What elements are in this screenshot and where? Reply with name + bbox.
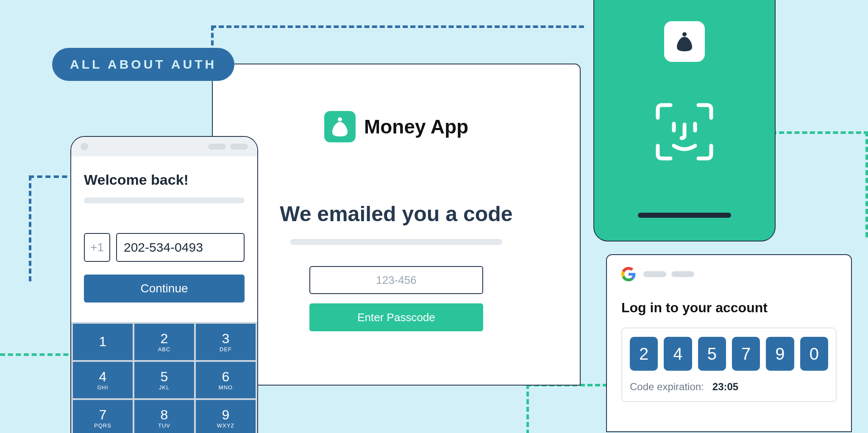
key-digit: 9: [222, 408, 230, 422]
header-pill: [671, 271, 694, 277]
badge-label: ALL ABOUT AUTH: [70, 57, 217, 71]
key-digit: 3: [222, 332, 230, 345]
key-letters: ABC: [158, 346, 171, 353]
otp-digit[interactable]: 2: [630, 337, 658, 371]
key-letters: GHI: [97, 384, 108, 391]
expire-label: Code expiration:: [630, 381, 704, 392]
keypad-key-9[interactable]: 9WXYZ: [196, 400, 256, 433]
app-brand: Money App: [213, 111, 580, 142]
key-digit: 5: [161, 370, 168, 383]
otp-digit[interactable]: 7: [732, 337, 760, 371]
phone-statusbar: [71, 137, 257, 156]
keypad-key-3[interactable]: 3DEF: [196, 324, 256, 360]
code-expiration: Code expiration: 23:05: [630, 381, 828, 393]
expire-time: 23:05: [712, 381, 738, 392]
key-digit: 7: [99, 408, 107, 422]
status-dot: [81, 143, 88, 150]
app-tile-icon: [664, 21, 705, 62]
status-pill: [208, 144, 226, 150]
code-heading: We emailed you a code: [213, 202, 580, 226]
phone-faceid: [593, 0, 776, 241]
key-letters: TUV: [158, 422, 170, 429]
key-digit: 2: [161, 332, 168, 345]
otp-digit[interactable]: 5: [698, 337, 726, 371]
phone-number-value: 202-534-0493: [124, 240, 203, 255]
country-code-input[interactable]: +1: [84, 233, 110, 262]
app-name: Money App: [364, 115, 468, 138]
keypad-key-7[interactable]: 7PQRS: [73, 400, 133, 433]
otp-digit[interactable]: 9: [766, 337, 794, 371]
subtitle-placeholder: [290, 239, 502, 245]
numeric-keypad: 12ABC3DEF4GHI5JKL6MNO7PQRS8TUV9WXYZ: [71, 322, 257, 433]
key-letters: JKL: [159, 384, 170, 391]
keypad-key-6[interactable]: 6MNO: [196, 362, 256, 398]
key-digit: 4: [99, 370, 107, 383]
keypad-key-2[interactable]: 2ABC: [134, 324, 194, 360]
money-app-icon: [324, 111, 356, 142]
key-digit: 1: [99, 335, 107, 348]
login-title: Log in to your account: [621, 300, 837, 316]
google-login-card: Log in to your account 245790 Code expir…: [606, 254, 852, 432]
header-pill: [643, 271, 666, 277]
key-letters: PQRS: [94, 422, 111, 429]
enter-passcode-button[interactable]: Enter Passcode: [309, 303, 483, 331]
otp-digit[interactable]: 4: [664, 337, 692, 371]
keypad-key-8[interactable]: 8TUV: [134, 400, 194, 433]
phone-sms-login: Welcome back! +1 202-534-0493 Continue 1…: [70, 136, 258, 433]
face-id-icon: [653, 100, 716, 165]
home-indicator: [638, 213, 731, 218]
svg-point-0: [338, 117, 342, 122]
code-input-placeholder: 123-456: [376, 274, 416, 287]
svg-point-1: [682, 32, 687, 36]
key-letters: WXYZ: [217, 422, 235, 429]
status-pill: [230, 144, 248, 150]
email-code-card: Money App We emailed you a code 123-456 …: [212, 64, 581, 386]
continue-button[interactable]: Continue: [84, 275, 245, 303]
code-input[interactable]: 123-456: [309, 266, 483, 294]
phone-number-input[interactable]: 202-534-0493: [116, 233, 245, 262]
otp-container: 245790 Code expiration: 23:05: [621, 328, 837, 402]
continue-label: Continue: [140, 282, 188, 295]
keypad-key-4[interactable]: 4GHI: [73, 362, 133, 398]
enter-passcode-label: Enter Passcode: [357, 311, 435, 324]
google-icon: [621, 267, 636, 281]
keypad-key-5[interactable]: 5JKL: [134, 362, 194, 398]
welcome-title: Welcome back!: [84, 172, 245, 188]
subtitle-placeholder: [84, 197, 245, 203]
key-digit: 8: [161, 408, 168, 422]
country-code-value: +1: [90, 241, 104, 254]
key-digit: 6: [222, 370, 230, 383]
category-badge: ALL ABOUT AUTH: [52, 48, 234, 81]
keypad-key-1[interactable]: 1: [73, 324, 133, 360]
key-letters: MNO: [219, 384, 233, 391]
otp-digit[interactable]: 0: [800, 337, 828, 371]
key-letters: DEF: [220, 346, 232, 353]
